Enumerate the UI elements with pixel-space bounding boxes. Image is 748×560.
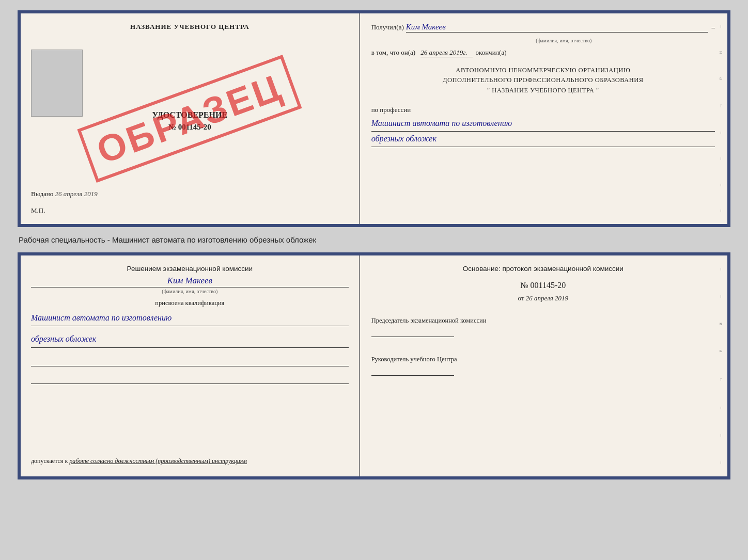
bottom-right-edge-marks: – – и а ← – – –	[716, 255, 727, 476]
bedge-6: –	[719, 407, 724, 409]
photo-placeholder	[31, 50, 83, 117]
document-container: НАЗВАНИЕ УЧЕБНОГО ЦЕНТРА УДОСТОВЕРЕНИЕ №…	[18, 10, 730, 479]
finished-row: в том, что он(а) 26 апреля 2019г. окончи…	[371, 49, 715, 57]
org-block: АВТОНОМНУЮ НЕКОММЕРЧЕСКУЮ ОРГАНИЗАЦИЮ ДО…	[371, 66, 715, 95]
finished-label: окончил(а)	[476, 49, 507, 57]
director-block: Руководитель учебного Центра	[371, 356, 715, 382]
bottom-document: Решением экзаменационной комиссии Ким Ма…	[18, 252, 730, 479]
допускается-text: допускается к	[31, 457, 69, 465]
cert-title: УДОСТОВЕРЕНИЕ	[152, 110, 228, 120]
assigned-label: присвоена квалификация	[31, 299, 349, 307]
bedge-7: –	[719, 434, 724, 437]
edge-mark-2: и	[719, 51, 724, 54]
profession-line1: Машинист автомата по изготовлению	[371, 116, 715, 132]
protocol-date: от 26 апреля 2019	[371, 294, 715, 302]
edge-mark-5: –	[719, 132, 724, 134]
qualification-line1: Машинист автомата по изготовлению	[31, 310, 349, 326]
edge-mark-1: –	[719, 25, 724, 28]
top-doc-left: НАЗВАНИЕ УЧЕБНОГО ЦЕНТРА УДОСТОВЕРЕНИЕ №…	[21, 13, 360, 224]
chairman-sig-line	[371, 326, 454, 337]
bottom-line-2	[31, 371, 349, 384]
osnov-title: Основание: протокол экзаменационной коми…	[371, 265, 715, 273]
bottom-doc-left: Решением экзаменационной комиссии Ким Ма…	[21, 255, 360, 476]
top-doc-right: Получил(а) Ким Макеев – (фамилия, имя, о…	[360, 13, 727, 224]
issued-date: 26 апреля 2019	[55, 190, 98, 198]
bottom-doc-right: Основание: протокол экзаменационной коми…	[360, 255, 727, 476]
profession-line2: обрезных обложек	[371, 132, 715, 147]
protocol-number: № 001145-20	[371, 281, 715, 290]
profession-block: по профессии Машинист автомата по изгото…	[371, 106, 715, 147]
caption: Рабочая специальность - Машинист автомат…	[18, 233, 730, 246]
date-value: 26 апреля 2019г.	[420, 49, 472, 57]
bottom-line-1	[31, 353, 349, 366]
school-name-top: НАЗВАНИЕ УЧЕБНОГО ЦЕНТРА	[130, 23, 250, 31]
profession-label: по профессии	[371, 106, 715, 114]
right-edge-marks: – и а ← – – – –	[716, 13, 727, 224]
edge-mark-4: ←	[719, 103, 724, 108]
date-label: в том, что он(а)	[371, 49, 416, 57]
name-subtitle: (фамилия, имя, отчество)	[413, 38, 715, 43]
commission-title: Решением экзаменационной комиссии	[31, 265, 349, 273]
bedge-8: –	[719, 461, 724, 464]
edge-mark-7: –	[719, 184, 724, 186]
edge-mark-3: а	[719, 77, 724, 79]
org-line2: ДОПОЛНИТЕЛЬНОГО ПРОФЕССИОНАЛЬНОГО ОБРАЗО…	[371, 75, 715, 85]
chairman-block: Председатель экзаменационной комиссии	[371, 317, 715, 343]
bedge-2: –	[719, 295, 724, 298]
допускается-italic: работе согласно должностным (производств…	[69, 457, 247, 465]
bedge-1: –	[719, 268, 724, 270]
top-document: НАЗВАНИЕ УЧЕБНОГО ЦЕНТРА УДОСТОВЕРЕНИЕ №…	[18, 10, 730, 227]
issued-row: Выдано 26 апреля 2019	[31, 190, 98, 198]
qualification-line2: обрезных обложек	[31, 331, 349, 347]
edge-mark-8: –	[719, 210, 724, 212]
edge-mark-6: –	[719, 157, 724, 160]
bedge-3: и	[719, 323, 724, 325]
bottom-name-sub: (фамилия, имя, отчество)	[31, 287, 349, 294]
org-line3: " НАЗВАНИЕ УЧЕБНОГО ЦЕНТРА "	[371, 86, 715, 95]
director-sig-line	[371, 364, 454, 376]
bottom-name: Ким Макеев	[31, 276, 349, 286]
issued-label: Выдано	[31, 190, 53, 198]
protocol-date-value: 26 апреля 2019	[526, 294, 568, 302]
received-field: Получил(а) Ким Макеев –	[371, 23, 715, 33]
org-line1: АВТОНОМНУЮ НЕКОММЕРЧЕСКУЮ ОРГАНИЗАЦИЮ	[371, 66, 715, 75]
допускается-row: допускается к работе согласно должностны…	[31, 457, 349, 465]
cert-number: № 001145-20	[168, 123, 211, 132]
director-label: Руководитель учебного Центра	[371, 356, 715, 363]
bedge-5: ←	[719, 377, 724, 382]
mp-label: М.П.	[31, 206, 45, 215]
received-name: Ким Макеев	[406, 23, 709, 33]
bedge-4: а	[719, 350, 724, 352]
received-label: Получил(а)	[371, 23, 404, 31]
received-dash: –	[711, 23, 715, 31]
chairman-label: Председатель экзаменационной комиссии	[371, 317, 715, 325]
date-prefix: от	[518, 294, 524, 302]
